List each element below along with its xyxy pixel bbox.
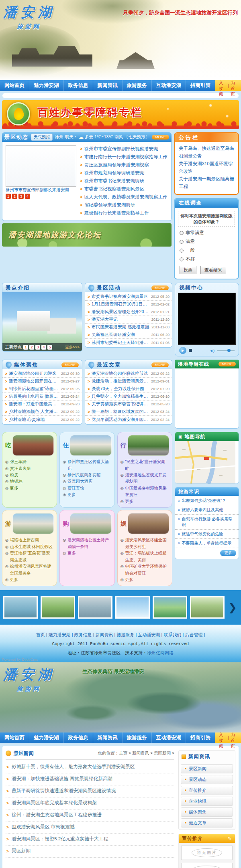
article-link[interactable]: 潘安湖湿地公园开园迎客	[9, 371, 59, 376]
article-link[interactable]: 统一思想，凝聚区域发展的合力	[92, 409, 149, 415]
card-link[interactable]: 山水生态城 休闲度假区	[10, 544, 53, 550]
gallery-photo[interactable]	[78, 596, 112, 619]
survey-option[interactable]: 不好	[180, 256, 233, 262]
nav-item[interactable]: 政务信息	[64, 732, 93, 743]
article-link[interactable]: 乡村湿地添颜色 人文潘安显风流	[9, 409, 59, 415]
nav-item[interactable]: 网站首页	[0, 732, 29, 743]
nav-item[interactable]: 新闻资讯	[93, 80, 123, 91]
card-link[interactable]: 潘安湿地生态观光开发规划图	[125, 472, 169, 485]
news-link[interactable]: 徐州市规划局领导调研潘安湖	[84, 170, 168, 176]
week-forecast-link[interactable]: 〔七天预报〕	[124, 134, 149, 140]
sidebar-menu-item[interactable]: 宣传推介	[181, 786, 233, 795]
forum-banner[interactable]: 潘安湖湿地旅游文化论坛	[2, 223, 172, 247]
news-link[interactable]: 曹新平调研徐贾快速通道和潘安湖风景区建设情况	[12, 788, 174, 794]
spots-page-button[interactable]: 4	[41, 345, 46, 350]
nav-item[interactable]: 旅游服务	[123, 80, 152, 91]
carousel-caption[interactable]: 徐州市市委宣传部副部长来潘安湖	[6, 187, 69, 192]
card-photo[interactable]	[70, 513, 111, 534]
card-link[interactable]: 塌陷地上新西湖	[10, 537, 39, 543]
play-button-icon[interactable]: ▶	[179, 347, 186, 354]
article-link[interactable]: 借最美的山水画卷 做最好的旅游	[9, 394, 59, 399]
gallery-photo[interactable]	[41, 596, 75, 619]
news-link[interactable]: 徐州市市委书记来潘安湖调研	[84, 178, 168, 184]
card-link[interactable]: 贾汪：塌陷板块上崛起生态、美丽	[125, 550, 169, 563]
card-link[interactable]: 更多	[125, 498, 134, 505]
spots-page-button[interactable]: 2	[29, 345, 34, 350]
card-photo[interactable]	[70, 435, 111, 456]
site-logo[interactable]: 潘安湖 旅游网	[3, 666, 55, 693]
volume-icon[interactable]: ◄)	[209, 348, 214, 353]
spots-more-link[interactable]: 更多>>>	[65, 345, 80, 350]
tip-link[interactable]: 不要陌生人，单身旅行提示	[182, 540, 232, 546]
sidebar-menu-item[interactable]: 景区动态	[181, 775, 233, 784]
spots-photo[interactable]: 主要景点 12345 更多>>>	[2, 292, 82, 352]
sidebar-menu-item[interactable]: 企业快讯	[181, 797, 233, 806]
gallery-photo[interactable]	[115, 596, 150, 619]
sidebar-menu-item[interactable]: 媒体聚焦	[181, 807, 233, 817]
survey-option[interactable]: 满意	[180, 239, 233, 245]
card-link[interactable]: 贾汪地标“五朵花”潘安湖生态城	[10, 550, 54, 563]
article-link[interactable]: 市民国庆看潘安湖 感觉很震撼	[92, 324, 150, 330]
card-link[interactable]: 徐州尺度商务宾馆	[67, 472, 100, 478]
carousel-page-button[interactable]: 2	[12, 194, 17, 199]
more-button[interactable]: MORE	[151, 362, 169, 367]
article-link[interactable]: 潘安湖湿地公园征联选粹节选	[92, 371, 149, 376]
news-link[interactable]: 景区新闻	[12, 848, 174, 854]
card-link[interactable]: 徐州市贾汪区传世大酒店	[67, 459, 111, 472]
weather-button[interactable]: 天气预报	[31, 134, 53, 141]
nav-item[interactable]: 政务信息	[64, 80, 93, 91]
article-link[interactable]: 乡村湿地 心灵净地	[9, 417, 59, 423]
card-link[interactable]: 贾汪宾馆	[67, 485, 84, 492]
news-link[interactable]: 省纪委领导来潘安湖调研	[84, 202, 168, 208]
card-link[interactable]: 贾汪素火腿	[10, 465, 31, 472]
card-photo[interactable]	[12, 435, 54, 456]
card-link[interactable]: 汉景园大酒店	[67, 478, 92, 485]
card-link[interactable]: 中国最美乡村湿地风采在贾汪	[125, 485, 169, 498]
tip-link[interactable]: 旅途中气候变化的危险	[182, 531, 223, 536]
card-photo[interactable]	[128, 513, 169, 534]
article-link[interactable]: 潘安湖大事记	[92, 317, 150, 322]
card-link[interactable]: 中国矿业大学环境保护协会对贾汪	[125, 563, 169, 577]
spots-page-button[interactable]: 1	[23, 345, 28, 350]
nav-item[interactable]: 互动潘安湖	[152, 80, 186, 91]
news-link[interactable]: 建设银行行长来潘安湖指导工作	[84, 210, 168, 216]
news-link[interactable]: 市委曹书记视察潘安湖风景区	[84, 186, 168, 192]
card-link[interactable]: 地锅鸡	[10, 478, 22, 485]
card-link[interactable]: 潘安湖风景区将建全国最美乡村生	[125, 537, 169, 550]
sidebar-menu-link[interactable]: 景区动态	[189, 777, 206, 783]
article-link[interactable]: 党员冬训活动为潘安湖开园运营用	[92, 417, 149, 423]
article-link[interactable]: 关于贯彻落实市委曹书记讲话精神	[92, 401, 149, 407]
announcement-link[interactable]: 关于潘安湖一期景区隔离栅工程	[179, 175, 234, 190]
stop-button-icon[interactable]	[189, 349, 192, 352]
promo-thumbnail-empty[interactable]: 暂无图片	[181, 846, 233, 860]
card-link[interactable]: 徐州潘安湖风景区将建全国最美乡	[10, 563, 54, 577]
radio-icon[interactable]	[180, 249, 184, 253]
card-photo[interactable]	[128, 435, 169, 456]
footer-links[interactable]: 首页 | 魅力潘安湖 | 政务信息 | 新闻资讯 | 旅游服务 | 互动潘安湖 …	[0, 632, 241, 638]
tech-support-link[interactable]: 徐州亿网网络	[147, 650, 174, 655]
news-link[interactable]: 贾汪区旅游局领导来潘安湖视察	[84, 162, 168, 168]
news-link[interactable]: 围观潘安湖风景区 市民很震撼	[12, 824, 174, 830]
nav-item[interactable]: 网站首页	[0, 80, 29, 91]
nav-item[interactable]: 旅游服务	[123, 732, 152, 743]
announcement-link[interactable]: 关于鸟岛、快速通道至鸟岛召测量公告	[179, 145, 234, 160]
sidebar-menu-item[interactable]: 景区新闻	[181, 764, 233, 773]
card-link[interactable]: 更多	[67, 492, 76, 498]
card-link[interactable]: 张三羊蹄	[10, 459, 27, 465]
announcement-link[interactable]: 关于潘安湖310国道环境综合改造	[179, 160, 234, 175]
tips-more-button[interactable]: 更多	[220, 550, 236, 556]
carousel-page-button[interactable]: 4	[25, 194, 30, 199]
news-link[interactable]: 徐州：潘安湖生态湿地风景区工程稳步推进	[12, 812, 174, 818]
nav-item[interactable]: 招商引资	[186, 732, 215, 743]
carousel-page-button[interactable]: 1	[6, 194, 11, 199]
card-link[interactable]: 更多	[125, 577, 134, 583]
volume-slider-knob[interactable]	[227, 349, 231, 352]
more-button[interactable]: MORE	[151, 285, 169, 290]
nav-item[interactable]: 互动潘安湖	[152, 732, 186, 743]
article-link[interactable]: 党建活动，推进潘安湖风景区建设	[92, 378, 149, 384]
nav-item[interactable]: 魅力潘安湖	[29, 732, 64, 743]
view-results-button[interactable]: 查看结果	[200, 266, 226, 274]
spots-page-button[interactable]: 3	[35, 345, 40, 350]
carousel-image[interactable]	[6, 145, 76, 187]
more-button[interactable]: MORE	[152, 135, 169, 140]
